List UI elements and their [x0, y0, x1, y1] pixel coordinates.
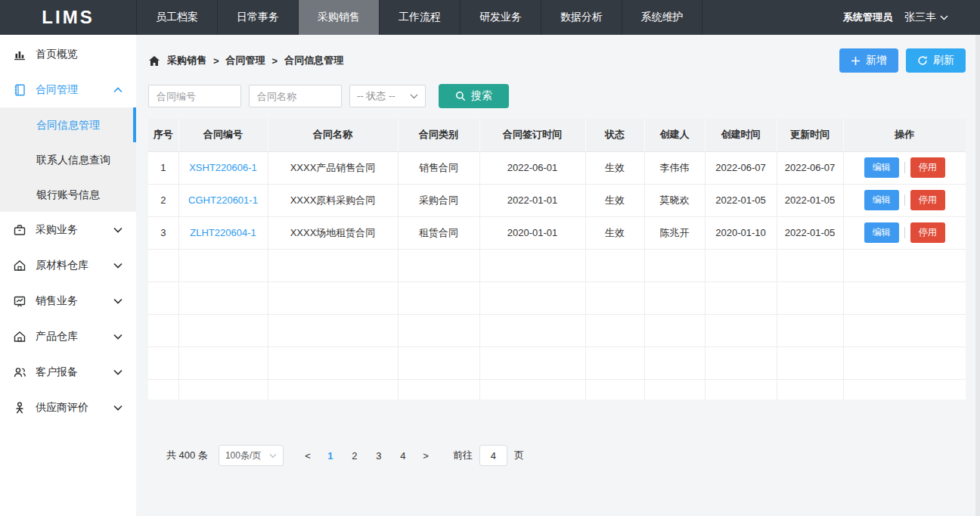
cell-sign-date: 2020-01-01	[479, 216, 585, 249]
cell-contract-type: 租赁合同	[398, 216, 479, 249]
main-content: 采购销售 > 合同管理 > 合同信息管理 新增	[136, 35, 980, 516]
chevron-down-icon	[113, 334, 122, 340]
cell-creator: 莫晓欢	[644, 184, 705, 216]
refresh-button-label: 刷新	[933, 54, 954, 67]
table-row: 1 XSHT220606-1 XXXX产品销售合同 销售合同 2022-06-0…	[148, 151, 966, 184]
nav-tab-workflow[interactable]: 工作流程	[379, 0, 460, 35]
sidebar-item-sales-business[interactable]: 销售业务	[0, 283, 136, 319]
sidebar-item-purchase-business[interactable]: 采购业务	[0, 212, 136, 247]
sidebar-item-label: 产品仓库	[36, 330, 78, 343]
customers-icon	[13, 365, 27, 379]
plus-icon	[851, 56, 861, 66]
nav-tab-data-analysis[interactable]: 数据分析	[541, 0, 622, 35]
nav-tab-purchase-sales[interactable]: 采购销售	[298, 0, 379, 35]
empty-row	[148, 249, 966, 281]
app-window: LIMS 员工档案 日常事务 采购销售 工作流程 研发业务 数据分析 系统维护 …	[0, 0, 980, 516]
contract-name-input[interactable]	[249, 85, 342, 107]
col-header-contract-no: 合同编号	[178, 119, 268, 151]
cell-create-date: 2022-06-07	[705, 151, 777, 184]
sidebar-subitem-bank-account[interactable]: 银行账号信息	[0, 177, 136, 212]
goto-page-input[interactable]	[479, 445, 507, 466]
cell-status: 生效	[585, 216, 644, 249]
contract-no-link[interactable]: ZLHT220604-1	[190, 227, 256, 238]
table-header-row: 序号 合同编号 合同名称 合同类别 合同签订时间 状态 创建人 创建时间 更新时…	[148, 119, 966, 151]
sidebar-item-raw-material-warehouse[interactable]: 原材料仓库	[0, 247, 136, 283]
sidebar-item-label: 采购业务	[36, 223, 78, 237]
col-header-create-date: 创建时间	[705, 119, 777, 151]
disable-button[interactable]: 停用	[910, 190, 945, 210]
col-header-status: 状态	[585, 119, 644, 151]
nav-tab-daily-affairs[interactable]: 日常事务	[217, 0, 298, 35]
cell-index: 2	[148, 184, 178, 216]
page-number-1[interactable]: 1	[318, 450, 343, 462]
search-button-label: 搜索	[471, 89, 492, 103]
cell-create-date: 2022-01-05	[705, 184, 777, 216]
sidebar-subitem-contact-query[interactable]: 联系人信息查询	[0, 142, 136, 177]
add-button[interactable]: 新增	[839, 48, 898, 73]
scrollbar-track[interactable]	[975, 35, 980, 516]
breadcrumb-item[interactable]: 合同管理	[226, 54, 265, 67]
chevron-down-icon	[940, 15, 948, 20]
cell-update-date: 2022-01-05	[777, 184, 843, 216]
nav-tab-rd-business[interactable]: 研发业务	[460, 0, 541, 35]
breadcrumb-item[interactable]: 采购销售	[167, 54, 206, 67]
disable-button[interactable]: 停用	[910, 157, 945, 178]
sidebar-item-customer-filing[interactable]: 客户报备	[0, 354, 136, 390]
contract-no-input[interactable]	[148, 85, 241, 107]
status-select[interactable]: -- 状态 --	[349, 85, 426, 107]
next-page-button[interactable]: >	[415, 450, 436, 462]
edit-button[interactable]: 编辑	[864, 157, 899, 178]
contract-submenu: 合同信息管理 联系人信息查询 银行账号信息	[0, 107, 136, 212]
presentation-icon	[13, 294, 27, 308]
search-button[interactable]: 搜索	[439, 84, 509, 108]
cell-sign-date: 2022-01-01	[479, 184, 585, 216]
empty-row	[148, 379, 966, 399]
page-number-3[interactable]: 3	[367, 450, 391, 462]
empty-row	[148, 281, 966, 314]
page-size-select[interactable]: 100条/页	[219, 445, 284, 466]
chevron-down-icon	[113, 369, 122, 375]
pagination-total: 共 400 条	[166, 449, 208, 462]
contract-no-link[interactable]: CGHT220601-1	[188, 194, 258, 206]
status-select-value: -- 状态 --	[357, 89, 395, 103]
sidebar-item-label: 客户报备	[36, 365, 78, 379]
chevron-up-icon	[113, 87, 122, 93]
contract-book-icon	[13, 82, 27, 97]
chevron-down-icon	[269, 453, 277, 458]
sidebar: 首页概览 合同管理 合同信息管理 联系人信息查询 银行账号信息	[0, 35, 136, 516]
disable-button[interactable]: 停用	[910, 222, 945, 243]
refresh-icon	[917, 55, 928, 66]
cell-contract-type: 采购合同	[398, 184, 479, 216]
col-header-update-date: 更新时间	[777, 119, 843, 151]
edit-button[interactable]: 编辑	[864, 222, 899, 243]
sidebar-item-supplier-evaluation[interactable]: 供应商评价	[0, 390, 136, 425]
toolbar: 新增 刷新	[839, 48, 966, 73]
page-number-4[interactable]: 4	[391, 450, 415, 462]
sidebar-item-product-warehouse[interactable]: 产品仓库	[0, 319, 136, 354]
sidebar-item-contract-management[interactable]: 合同管理	[0, 72, 136, 107]
user-menu[interactable]: 张三丰	[904, 11, 948, 24]
cell-creator: 李伟伟	[644, 151, 705, 184]
chevron-down-icon	[113, 227, 122, 233]
contract-no-link[interactable]: XSHT220606-1	[189, 162, 257, 173]
cell-contract-name: XXXX产品销售合同	[268, 151, 398, 184]
nav-tab-employee-files[interactable]: 员工档案	[136, 0, 217, 35]
edit-button[interactable]: 编辑	[864, 190, 899, 210]
sidebar-item-label: 首页概览	[36, 48, 78, 61]
refresh-button[interactable]: 刷新	[906, 48, 966, 73]
cell-creator: 陈兆开	[644, 216, 705, 249]
prev-page-button[interactable]: <	[297, 450, 318, 462]
sidebar-item-label: 销售业务	[36, 294, 78, 308]
sidebar-subitem-contract-info[interactable]: 合同信息管理	[0, 107, 136, 142]
sidebar-item-label: 原材料仓库	[36, 259, 88, 272]
nav-tab-system-maintenance[interactable]: 系统维护	[622, 0, 702, 35]
col-header-contract-type: 合同类别	[398, 119, 479, 151]
sidebar-item-home-overview[interactable]: 首页概览	[0, 36, 136, 72]
cell-index: 3	[148, 216, 178, 249]
cell-sign-date: 2022-06-01	[479, 151, 585, 184]
page-number-2[interactable]: 2	[343, 450, 367, 462]
breadcrumb-separator: >	[272, 55, 278, 67]
chevron-down-icon	[113, 263, 122, 269]
main-nav-tabs: 员工档案 日常事务 采购销售 工作流程 研发业务 数据分析 系统维护	[136, 0, 702, 35]
goto-unit-label: 页	[514, 449, 524, 462]
